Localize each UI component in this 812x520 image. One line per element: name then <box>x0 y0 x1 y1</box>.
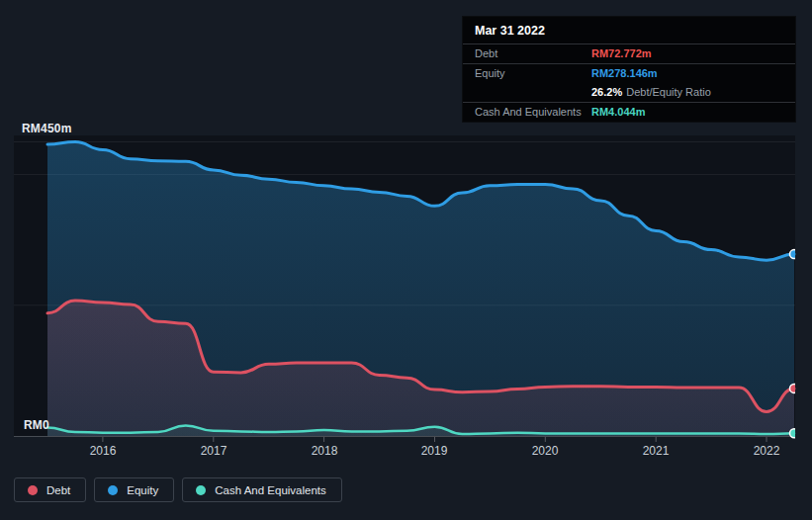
y-axis-label-zero: RM0 <box>24 418 49 432</box>
x-year-label-2019: 2019 <box>412 444 456 458</box>
tooltip-cash-value: RM4.044m <box>591 106 645 119</box>
cash-endpoint-dot <box>790 429 799 438</box>
legend-cash-label: Cash And Equivalents <box>215 484 326 496</box>
tooltip-debt-row: Debt RM72.772m <box>463 44 795 64</box>
tooltip-ratio-value: 26.2%Debt/Equity Ratio <box>591 86 711 99</box>
ratio-text: Debt/Equity Ratio <box>626 86 711 98</box>
tooltip-cash-row: Cash And Equivalents RM4.044m <box>463 103 795 122</box>
debt-endpoint-dot <box>790 384 799 392</box>
tooltip-ratio-row: 26.2%Debt/Equity Ratio <box>463 83 795 103</box>
legend-item-cash[interactable]: Cash And Equivalents <box>182 477 342 502</box>
equity-endpoint-dot <box>790 250 799 259</box>
tooltip-debt-value: RM72.772m <box>591 47 652 60</box>
tooltip-equity-row: Equity RM278.146m <box>463 64 795 83</box>
tooltip-equity-label: Equity <box>475 67 591 80</box>
chart-panel: RM450m RM0 2016201720182019202020212022 … <box>0 0 812 520</box>
chart-tooltip: Mar 31 2022 Debt RM72.772m Equity RM278.… <box>462 16 796 123</box>
chart-legend: Debt Equity Cash And Equivalents <box>14 477 342 502</box>
legend-debt-label: Debt <box>46 484 70 496</box>
x-year-label-2020: 2020 <box>523 444 567 458</box>
tooltip-cash-label: Cash And Equivalents <box>475 106 591 119</box>
debt-equity-chart-panel: { "colors": { "background": "#151b24", "… <box>0 0 812 520</box>
x-year-label-2021: 2021 <box>634 444 677 458</box>
legend-item-debt[interactable]: Debt <box>14 477 86 502</box>
x-year-label-2017: 2017 <box>192 444 235 458</box>
legend-item-equity[interactable]: Equity <box>94 477 174 502</box>
cash-legend-dot-icon <box>196 485 206 495</box>
x-year-label-2016: 2016 <box>81 444 125 458</box>
tooltip-debt-label: Debt <box>475 47 591 60</box>
equity-legend-dot-icon <box>108 485 118 495</box>
x-year-label-2018: 2018 <box>303 444 346 458</box>
debt-legend-dot-icon <box>28 485 38 495</box>
tooltip-equity-value: RM278.146m <box>591 67 658 80</box>
x-year-label-2022: 2022 <box>745 444 788 458</box>
legend-equity-label: Equity <box>127 484 158 496</box>
y-axis-label-max: RM450m <box>22 122 72 135</box>
ratio-number: 26.2% <box>591 86 622 98</box>
tooltip-date: Mar 31 2022 <box>463 17 795 44</box>
